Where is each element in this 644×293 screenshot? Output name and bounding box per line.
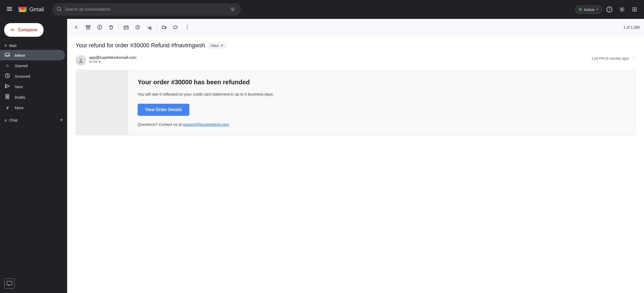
to-label: to me bbox=[89, 60, 98, 64]
chevron-down-icon: ∨ bbox=[4, 43, 7, 48]
to-chevron-icon: ▾ bbox=[99, 60, 101, 64]
snoozed-icon bbox=[4, 73, 10, 80]
sent-icon bbox=[4, 83, 10, 90]
sent-label: Sent bbox=[15, 85, 23, 89]
inbox-label: Inbox bbox=[15, 53, 25, 57]
view-order-details-button[interactable]: View Order Details bbox=[138, 104, 189, 116]
support-prefix: Questions? Contact us at bbox=[138, 122, 183, 127]
gmail-text: Gmail bbox=[29, 6, 44, 13]
delete-button[interactable] bbox=[106, 22, 116, 33]
sender-info: app@superblocksmail.com to me ▾ bbox=[89, 55, 588, 64]
svg-point-16 bbox=[632, 11, 634, 12]
gmail-m-icon bbox=[18, 5, 27, 14]
spam-button[interactable] bbox=[94, 22, 105, 33]
chevron-down-icon: ▾ bbox=[597, 8, 598, 11]
sidebar-item-more[interactable]: ∨ More bbox=[0, 102, 65, 113]
inbox-badge-close[interactable]: ✕ bbox=[221, 43, 224, 48]
top-header: Gmail Active ▾ ? bbox=[0, 0, 644, 19]
svg-point-28 bbox=[187, 25, 188, 26]
svg-rect-2 bbox=[7, 10, 12, 11]
sidebar-item-starred[interactable]: ☆ Starred bbox=[0, 60, 65, 71]
svg-rect-0 bbox=[7, 7, 12, 8]
inbox-badge-label: Inbox bbox=[211, 44, 219, 48]
svg-point-30 bbox=[187, 29, 188, 29]
svg-text:?: ? bbox=[608, 8, 610, 12]
svg-point-15 bbox=[636, 9, 637, 10]
svg-point-5 bbox=[232, 9, 233, 10]
svg-rect-22 bbox=[7, 281, 12, 285]
chat-add-icon[interactable]: + bbox=[60, 117, 63, 123]
sidebar-item-snoozed[interactable]: Snoozed bbox=[0, 71, 65, 81]
drafts-icon bbox=[4, 94, 10, 101]
sender-from: app@superblocksmail.com bbox=[89, 55, 588, 60]
apps-button[interactable] bbox=[629, 4, 640, 15]
svg-point-29 bbox=[187, 27, 188, 28]
menu-icon bbox=[7, 6, 12, 13]
compose-label: Compose bbox=[18, 28, 37, 32]
svg-point-17 bbox=[634, 11, 635, 12]
mark-unread-button[interactable] bbox=[121, 22, 131, 33]
email-time: 1:33 PM (0 minutes ago) ☆ bbox=[592, 55, 636, 61]
sidebar-item-sent[interactable]: Sent bbox=[0, 81, 65, 92]
svg-point-6 bbox=[233, 11, 234, 11]
sidebar-item-drafts[interactable]: Drafts bbox=[0, 92, 65, 102]
more-label: More bbox=[15, 106, 24, 110]
search-filter-button[interactable] bbox=[228, 5, 237, 14]
toolbar-divider-1 bbox=[119, 24, 119, 30]
sender-avatar bbox=[76, 55, 86, 66]
email-body-card: Your order #30000 has been refunded You … bbox=[76, 70, 636, 135]
email-meta: app@superblocksmail.com to me ▾ 1:33 PM … bbox=[76, 55, 636, 66]
compose-pencil-icon: ✏ bbox=[10, 27, 15, 33]
settings-button[interactable] bbox=[617, 4, 627, 15]
active-label: Active bbox=[584, 7, 594, 12]
email-pane: 1 of 1,086 Your refund for order #30000 … bbox=[67, 19, 644, 293]
time-text: 1:33 PM (0 minutes ago) bbox=[592, 56, 629, 60]
snooze-button[interactable] bbox=[132, 22, 143, 33]
chat-bubble-icon[interactable] bbox=[4, 278, 15, 289]
main-layout: ✏ Compose ∨ Mail Inbox ☆ Starred bbox=[0, 19, 644, 293]
support-text: Questions? Contact us at support@ecommer… bbox=[138, 122, 626, 127]
label-button[interactable] bbox=[170, 22, 181, 33]
move-button[interactable] bbox=[159, 22, 169, 33]
support-link[interactable]: support@ecommerce.com bbox=[183, 122, 229, 127]
inbox-badge: Inbox ✕ bbox=[208, 43, 226, 48]
more-actions-button[interactable] bbox=[182, 22, 192, 33]
compose-button[interactable]: ✏ Compose bbox=[4, 23, 44, 37]
gmail-logo[interactable]: Gmail bbox=[18, 5, 44, 14]
svg-point-13 bbox=[632, 9, 634, 10]
menu-button[interactable] bbox=[4, 4, 15, 15]
active-dot bbox=[579, 8, 582, 11]
chevron-down-icon: ∨ bbox=[4, 118, 7, 123]
help-button[interactable]: ? bbox=[604, 4, 615, 15]
svg-point-11 bbox=[634, 7, 635, 8]
email-content: Your refund for order #30000 Refund #fna… bbox=[67, 36, 644, 293]
search-icon bbox=[56, 6, 62, 13]
inbox-icon bbox=[4, 52, 10, 59]
svg-point-14 bbox=[634, 9, 635, 10]
star-icon[interactable]: ☆ bbox=[631, 55, 636, 61]
order-refunded-desc: You will see it reflected on your credit… bbox=[138, 91, 626, 97]
mail-label: Mail bbox=[9, 43, 17, 48]
add-task-button[interactable] bbox=[144, 22, 154, 33]
svg-point-18 bbox=[636, 11, 637, 12]
back-button[interactable] bbox=[71, 22, 82, 33]
sender-to[interactable]: to me ▾ bbox=[89, 60, 588, 64]
active-status-button[interactable]: Active ▾ bbox=[575, 6, 602, 14]
email-subject-row: Your refund for order #30000 Refund #fna… bbox=[76, 42, 636, 49]
chat-label: Chat bbox=[9, 118, 60, 122]
svg-point-12 bbox=[636, 7, 637, 8]
svg-rect-1 bbox=[7, 8, 12, 9]
pagination: 1 of 1,086 bbox=[624, 25, 640, 29]
mail-section-label[interactable]: ∨ Mail bbox=[0, 41, 67, 50]
svg-point-31 bbox=[80, 59, 82, 61]
chat-section[interactable]: ∨ Chat + bbox=[0, 115, 67, 125]
search-input[interactable] bbox=[65, 7, 225, 12]
order-refunded-title: Your order #30000 has been refunded bbox=[138, 79, 626, 86]
search-bar bbox=[52, 3, 241, 16]
email-body-main: Your order #30000 has been refunded You … bbox=[128, 70, 635, 135]
sidebar-item-inbox[interactable]: Inbox bbox=[0, 50, 65, 60]
header-right: Active ▾ ? bbox=[575, 4, 640, 15]
archive-button[interactable] bbox=[83, 22, 93, 33]
starred-icon: ☆ bbox=[4, 63, 10, 69]
more-chevron-icon: ∨ bbox=[4, 105, 10, 111]
